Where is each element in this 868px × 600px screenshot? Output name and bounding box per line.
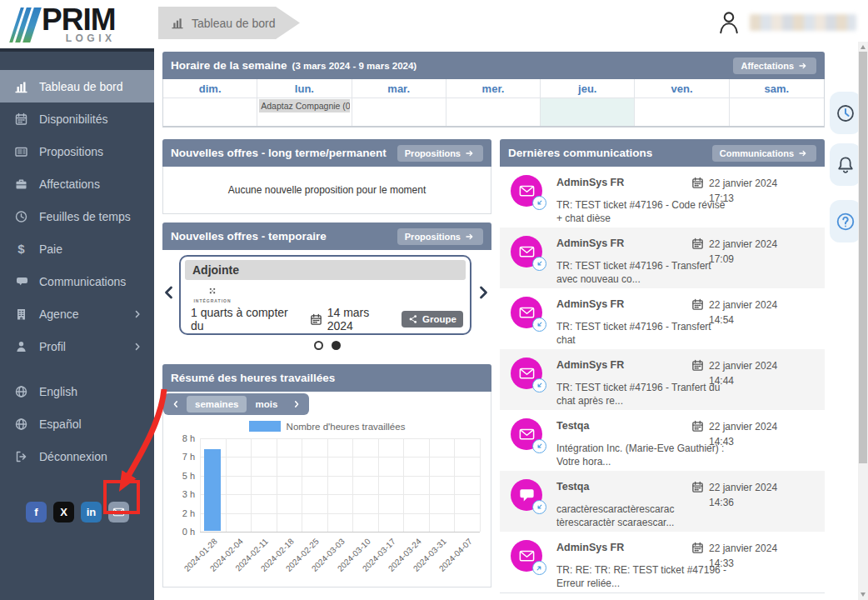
communication-item[interactable]: Testqacaractèrescaractèrescarac tèrescar… xyxy=(500,471,825,532)
comment-icon xyxy=(518,487,536,503)
message-date-text: 22 janvier 2024 xyxy=(709,482,777,493)
no-offers-message: Aucune nouvelle proposition pour le mome… xyxy=(162,167,491,214)
sidebar-item-feuilles-de-temps[interactable]: Feuilles de temps xyxy=(0,200,154,232)
globe-icon xyxy=(14,385,28,398)
communications-button[interactable]: Communications xyxy=(712,145,816,162)
y-axis-tick: 0 h xyxy=(165,527,195,537)
sidebar-item-tableau-de-bord[interactable]: Tableau de bord xyxy=(0,70,154,102)
carousel-dot-1[interactable] xyxy=(314,341,323,350)
message-time: 14:54 xyxy=(709,314,777,326)
sidebar-item-disponibilites[interactable]: Disponibilités xyxy=(0,102,154,135)
sidebar-item-label: Propositions xyxy=(39,145,103,158)
social-x-button[interactable]: X xyxy=(53,502,74,522)
sidebar-item-affectations[interactable]: Affectations xyxy=(0,168,154,200)
gridline-v xyxy=(480,438,481,532)
week-cell-jeu[interactable] xyxy=(541,98,635,126)
schedule-event-chip[interactable]: Adaptaz Compagnie (08 xyxy=(259,99,349,112)
scroll-down-icon[interactable] xyxy=(861,592,866,597)
sidebar-item-espanol[interactable]: Español xyxy=(0,408,154,440)
scrollbar-thumb[interactable] xyxy=(859,52,867,463)
communication-item[interactable]: AdminSys FRTR: TEST ticket #47196 - Tran… xyxy=(500,228,825,288)
calendar-icon xyxy=(691,481,704,493)
weekday-header-sam: sam. xyxy=(730,79,824,98)
user-name-redacted xyxy=(750,14,856,31)
message-sender: AdminSys FR xyxy=(556,177,624,188)
communication-item[interactable]: AdminSys FRTR: TEST ticket #47196 - Code… xyxy=(500,167,825,228)
communications-button-label: Communications xyxy=(720,148,794,158)
communication-item[interactable]: AdminSys FRTR: TEST ticket #47196 - Tran… xyxy=(500,288,825,349)
gridline-h xyxy=(200,532,480,532)
sidebar-item-agence[interactable]: Agence xyxy=(0,298,154,330)
week-cell-ven[interactable] xyxy=(635,98,729,126)
sidebar-item-english[interactable]: English xyxy=(0,375,154,408)
communications-panel-header: Dernières communications Communications xyxy=(500,139,825,167)
scroll-up-icon[interactable] xyxy=(861,45,866,49)
user-icon xyxy=(716,9,741,36)
sidebar-item-paie[interactable]: $Paie xyxy=(0,232,154,265)
social-facebook-button[interactable]: f xyxy=(26,502,47,522)
message-sender: AdminSys FR xyxy=(556,542,624,553)
message-incoming-icon xyxy=(532,378,546,392)
sidebar-item-label: English xyxy=(39,385,77,398)
sidebar-item-communications[interactable]: Communications xyxy=(0,265,154,298)
offer-card[interactable]: Adjointe INTÉGRATION 1 quarts à compter … xyxy=(179,255,471,335)
legend-label: Nombre d'heures travaillées xyxy=(287,422,406,432)
gridline-v xyxy=(327,438,328,532)
email-icon xyxy=(112,506,125,518)
gridline-v xyxy=(251,438,252,532)
bar-2024-01-28 xyxy=(204,449,221,532)
week-cell-mar[interactable] xyxy=(352,98,446,126)
hours-title: Résumé des heures travaillées xyxy=(171,372,335,384)
carousel-prev-button[interactable] xyxy=(162,285,176,300)
affectations-button[interactable]: Affectations xyxy=(733,58,816,74)
week-cell-sam[interactable] xyxy=(730,98,824,126)
fab-help-button[interactable] xyxy=(830,200,861,242)
propositions-long-button[interactable]: Propositions xyxy=(397,145,483,162)
sidebar-item-label: Tableau de bord xyxy=(39,80,122,93)
week-cell-dim[interactable] xyxy=(163,98,257,126)
communication-item[interactable]: AdminSys FRTR: RE: TR: RE: TEST ticket #… xyxy=(500,532,825,592)
week-cell-lun[interactable]: Adaptaz Compagnie (08 xyxy=(257,98,352,126)
brand-logo[interactable]: PRIM LOGIX xyxy=(0,0,154,52)
toggle-mois[interactable]: mois xyxy=(247,396,286,412)
group-button[interactable]: Groupe xyxy=(402,311,463,328)
envelope-icon xyxy=(518,365,536,382)
message-avatar xyxy=(511,358,542,389)
globe-icon xyxy=(14,418,28,431)
social-email-button[interactable] xyxy=(108,502,129,522)
arrow-right-icon xyxy=(465,148,476,158)
sidebar-item-label: Communications xyxy=(39,275,126,288)
sidebar-item-propositions[interactable]: Propositions xyxy=(0,135,154,168)
breadcrumb-label: Tableau de bord xyxy=(192,17,275,30)
period-prev-icon[interactable] xyxy=(165,399,187,409)
hours-panel: Résumé des heures travaillées semaines m… xyxy=(162,364,491,588)
logo-stripes-icon xyxy=(9,8,42,42)
sidebar-item-deconnexion[interactable]: Déconnexion xyxy=(0,440,154,472)
message-avatar xyxy=(511,418,542,450)
arrow-right-icon xyxy=(465,232,476,242)
user-menu[interactable] xyxy=(716,9,856,36)
sidebar-item-label: Disponibilités xyxy=(39,112,107,126)
sidebar-item-profil[interactable]: Profil xyxy=(0,330,154,362)
fab-notifications-button[interactable] xyxy=(830,143,861,186)
propositions-temp-button[interactable]: Propositions xyxy=(397,228,483,245)
social-linkedin-button[interactable]: in xyxy=(81,502,102,522)
message-date-line: 22 janvier 2024 xyxy=(691,298,777,311)
breadcrumb[interactable]: Tableau de bord xyxy=(158,7,300,39)
carousel-dot-2[interactable] xyxy=(332,341,341,350)
calendar-icon xyxy=(691,238,704,250)
message-incoming-icon xyxy=(532,500,546,514)
y-axis-tick: 7 h xyxy=(165,452,195,462)
weekday-header-dim: dim. xyxy=(163,79,257,98)
week-cell-mer[interactable] xyxy=(446,98,541,126)
communication-item[interactable]: AdminSys FRTR: TEST ticket #47196 - Tran… xyxy=(500,349,825,410)
message-outgoing-icon xyxy=(532,561,546,575)
arrow-right-icon xyxy=(798,148,809,158)
fab-history-button[interactable] xyxy=(830,92,861,134)
period-next-icon[interactable] xyxy=(286,399,307,409)
carousel-next-button[interactable] xyxy=(476,285,490,300)
vertical-scrollbar[interactable] xyxy=(858,42,868,600)
communication-item[interactable]: TestqaIntégration Inc. (Marie-Eve Gauthi… xyxy=(500,410,825,471)
toggle-semaines[interactable]: semaines xyxy=(187,396,247,412)
message-date-line: 22 janvier 2024 xyxy=(691,238,777,250)
